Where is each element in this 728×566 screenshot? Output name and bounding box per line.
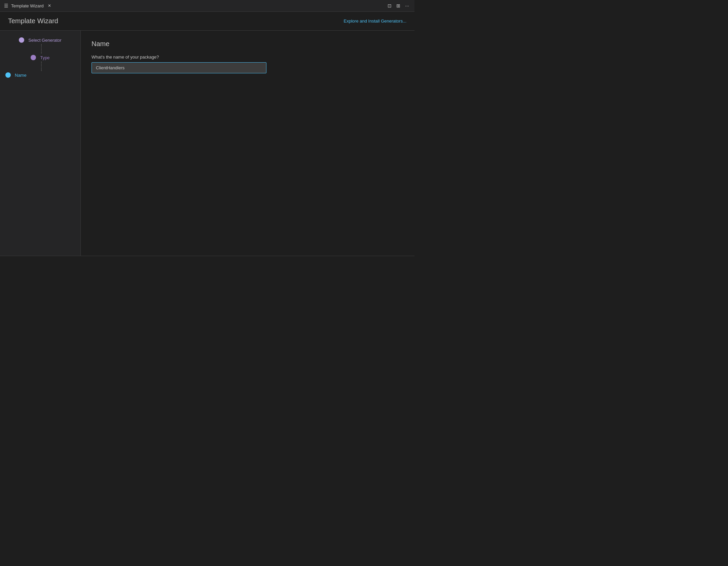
footer-bar: ‹ Back Next › — [0, 256, 414, 256]
page-title: Template Wizard — [8, 17, 58, 25]
step-select-generator[interactable]: Select Generator — [19, 37, 61, 43]
step-dot-select-generator — [19, 37, 24, 43]
close-button[interactable]: ✕ — [46, 3, 52, 9]
step-dot-name — [5, 72, 11, 78]
more-options-icon[interactable]: ··· — [404, 2, 410, 9]
step-connector-2 — [41, 62, 42, 71]
step-label-name: Name — [15, 73, 27, 78]
step-type[interactable]: Type — [31, 55, 49, 60]
layout-icon-2[interactable]: ⊞ — [395, 2, 402, 9]
step-label-type: Type — [40, 55, 49, 60]
step-select-generator-group: Select Generator — [5, 37, 75, 55]
content-area: Name What's the name of your package? — [81, 31, 414, 256]
step-connector-1 — [41, 44, 42, 54]
title-bar: ☰ Template Wizard ✕ ⊡ ⊞ ··· — [0, 0, 414, 12]
sidebar: Select Generator Type Name — [0, 31, 81, 256]
wizard-steps: Select Generator Type Name — [5, 37, 75, 78]
title-bar-right: ⊡ ⊞ ··· — [386, 2, 410, 9]
step-dot-type — [31, 55, 36, 60]
package-name-input[interactable] — [92, 62, 266, 73]
main-content: Select Generator Type Name Name What's t… — [0, 31, 414, 256]
layout-icon-1[interactable]: ⊡ — [386, 2, 393, 9]
explore-link[interactable]: Explore and Install Generators... — [344, 19, 406, 24]
title-bar-title: Template Wizard — [11, 3, 44, 8]
field-label: What's the name of your package? — [92, 55, 404, 60]
step-label-select-generator: Select Generator — [28, 38, 61, 43]
page-header: Template Wizard Explore and Install Gene… — [0, 12, 414, 31]
step-name[interactable]: Name — [5, 72, 75, 78]
section-title: Name — [92, 40, 404, 48]
title-bar-left: ☰ Template Wizard ✕ — [4, 3, 52, 9]
menu-icon: ☰ — [4, 3, 8, 8]
step-type-group: Type — [5, 55, 75, 72]
